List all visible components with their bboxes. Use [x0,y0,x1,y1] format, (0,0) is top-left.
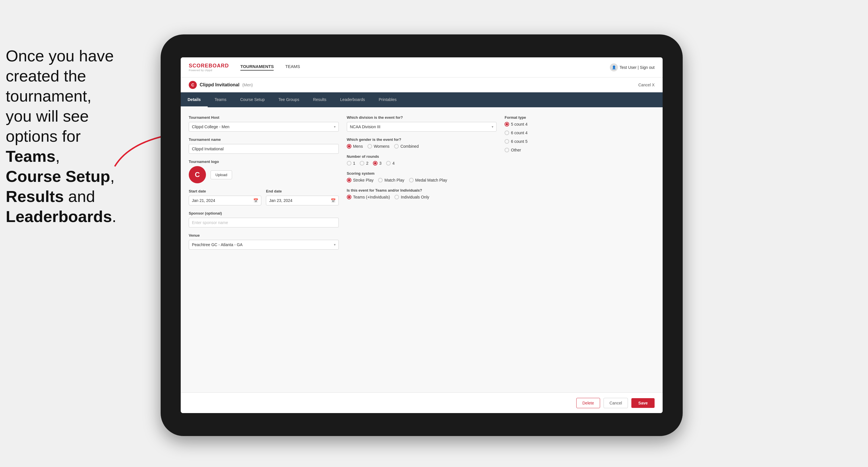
form-column-3: Format type 5 count 4 6 count 4 6 cou [504,115,655,255]
save-button[interactable]: Save [631,398,655,408]
radio-1 [347,161,351,165]
tab-course-setup[interactable]: Course Setup [233,92,272,107]
tournament-name-group: Tournament name Clippd Invitational [189,137,339,154]
radio-4 [386,161,391,165]
dropdown-arrow-host: ▾ [334,125,336,129]
division-input[interactable]: NCAA Division III ▾ [347,122,497,132]
tab-bar: Details Teams Course Setup Tee Groups Re… [181,92,662,107]
dropdown-arrow-division: ▾ [492,125,493,129]
radio-6count5 [504,139,509,144]
logo-sub: Powered by clippd [189,69,229,72]
cancel-button[interactable]: Cancel [603,398,628,408]
gender-radio-group: Mens Womens Combined [347,144,497,149]
radio-6count4 [504,130,509,135]
radio-teams [347,195,351,199]
teams-radio-group: Teams (+Individuals) Individuals Only [347,195,497,199]
gender-group: Which gender is the event for? Mens Wome… [347,137,497,149]
format-options: 5 count 4 6 count 4 6 count 5 Other [504,122,655,152]
format-label: Format type [504,115,655,120]
logo-upload-area: C Upload [189,166,339,183]
tournament-logo-group: Tournament logo C Upload [189,159,339,183]
scoring-stroke[interactable]: Stroke Play [347,178,374,182]
form-column-1: Tournament Host Clippd College - Men ▾ T… [189,115,339,255]
tournament-title-row: C Clippd Invitational (Men) [189,81,253,89]
user-icon: 👤 [610,63,618,71]
start-date-group: Start date Jan 21, 2024 📅 [189,189,261,206]
radio-mens [347,144,351,149]
gender-combined[interactable]: Combined [394,144,419,149]
form-columns: Tournament Host Clippd College - Men ▾ T… [189,115,655,255]
form-column-2: Which division is the event for? NCAA Di… [347,115,497,255]
radio-3 [373,161,377,165]
gender-womens[interactable]: Womens [368,144,390,149]
logo-text: SCOREBOARD [189,63,229,69]
tab-printables[interactable]: Printables [372,92,403,107]
upload-button[interactable]: Upload [211,170,232,179]
instruction-text: Once you have created the tournament, yo… [0,46,132,227]
scoring-medal[interactable]: Medal Match Play [409,178,447,182]
top-nav: SCOREBOARD Powered by clippd TOURNAMENTS… [181,57,662,77]
user-text[interactable]: Test User | Sign out [620,65,655,70]
logo-preview: C [189,166,206,183]
rounds-1[interactable]: 1 [347,161,355,165]
radio-medal [409,178,414,182]
logo-area: SCOREBOARD Powered by clippd [189,63,229,72]
sponsor-label: Sponsor (optional) [189,211,339,215]
sponsor-input[interactable]: Enter sponsor name [189,218,339,227]
format-6count4[interactable]: 6 count 4 [504,130,655,135]
radio-womens [368,144,372,149]
division-label: Which division is the event for? [347,115,497,120]
tournament-host-label: Tournament Host [189,115,339,120]
start-date-input[interactable]: Jan 21, 2024 📅 [189,196,261,206]
main-content: Tournament Host Clippd College - Men ▾ T… [181,107,662,393]
tournament-host-group: Tournament Host Clippd College - Men ▾ [189,115,339,132]
sponsor-group: Sponsor (optional) Enter sponsor name [189,211,339,227]
format-other[interactable]: Other [504,148,655,152]
rounds-2[interactable]: 2 [360,161,368,165]
tab-results[interactable]: Results [306,92,333,107]
calendar-icon-start: 📅 [253,198,258,203]
tablet-frame: SCOREBOARD Powered by clippd TOURNAMENTS… [161,34,683,436]
radio-2 [360,161,364,165]
bottom-bar: Delete Cancel Save [181,393,662,413]
radio-other [504,148,509,152]
rounds-4[interactable]: 4 [386,161,395,165]
tournament-name-label: Tournament name [189,137,339,142]
venue-group: Venue Peachtree GC - Atlanta - GA ▾ [189,233,339,250]
tab-tee-groups[interactable]: Tee Groups [272,92,306,107]
calendar-icon-end: 📅 [331,198,336,203]
rounds-group: Number of rounds 1 2 [347,154,497,165]
nav-teams[interactable]: TEAMS [285,64,300,70]
tournament-name-input[interactable]: Clippd Invitational [189,144,339,154]
tab-details[interactable]: Details [181,92,208,107]
radio-match [378,178,383,182]
rounds-label: Number of rounds [347,154,497,159]
gender-mens[interactable]: Mens [347,144,363,149]
rounds-radio-group: 1 2 3 4 [347,161,497,165]
tournament-host-input[interactable]: Clippd College - Men ▾ [189,122,339,132]
tournament-header: C Clippd Invitational (Men) Cancel X [181,77,662,92]
radio-combined [394,144,399,149]
tab-leaderboards[interactable]: Leaderboards [333,92,372,107]
tab-teams[interactable]: Teams [208,92,233,107]
tournament-name: Clippd Invitational [199,82,240,88]
format-5count4[interactable]: 5 count 4 [504,122,655,126]
venue-input[interactable]: Peachtree GC - Atlanta - GA ▾ [189,240,339,250]
scoring-group: Scoring system Stroke Play Match Play [347,171,497,182]
date-row: Start date Jan 21, 2024 📅 End date Jan 2… [189,189,339,206]
individuals-only[interactable]: Individuals Only [395,195,429,199]
rounds-3[interactable]: 3 [373,161,381,165]
end-date-input[interactable]: Jan 23, 2024 📅 [266,196,339,206]
end-date-label: End date [266,189,339,193]
user-area: 👤 Test User | Sign out [610,63,655,71]
teams-individuals[interactable]: Teams (+Individuals) [347,195,390,199]
tournament-icon: C [189,81,197,89]
cancel-button-top[interactable]: Cancel X [638,83,655,87]
scoring-match[interactable]: Match Play [378,178,404,182]
nav-tournaments[interactable]: TOURNAMENTS [240,64,274,70]
format-6count5[interactable]: 6 count 5 [504,139,655,144]
venue-label: Venue [189,233,339,238]
scoring-radio-group: Stroke Play Match Play Medal Match Play [347,178,497,182]
delete-button[interactable]: Delete [576,398,600,408]
teams-group: Is this event for Teams and/or Individua… [347,188,497,199]
